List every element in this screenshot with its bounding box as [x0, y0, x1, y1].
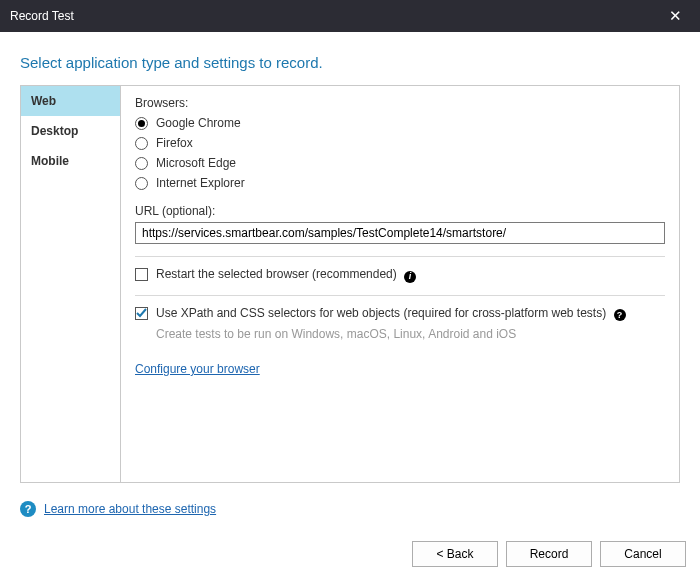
radio-firefox[interactable]: Firefox [135, 136, 665, 150]
radio-internet-explorer[interactable]: Internet Explorer [135, 176, 665, 190]
checkbox-icon [135, 268, 148, 281]
checkbox-label: Restart the selected browser (recommende… [156, 267, 416, 283]
tab-content-web: Browsers: Google Chrome Firefox Microsof… [121, 86, 679, 482]
dialog-body: Select application type and settings to … [0, 32, 700, 532]
radio-label: Firefox [156, 136, 193, 150]
cancel-button[interactable]: Cancel [600, 541, 686, 567]
radio-icon [135, 137, 148, 150]
url-label: URL (optional): [135, 204, 665, 218]
restart-text: Restart the selected browser (recommende… [156, 267, 397, 281]
tab-strip: Web Desktop Mobile [21, 86, 121, 482]
tab-web-label: Web [31, 94, 56, 108]
xpath-hint: Create tests to be run on Windows, macOS… [156, 327, 665, 342]
tab-mobile[interactable]: Mobile [21, 146, 120, 176]
tab-web[interactable]: Web [21, 86, 120, 116]
browsers-label: Browsers: [135, 96, 665, 110]
checkbox-xpath-css[interactable]: Use XPath and CSS selectors for web obje… [135, 306, 665, 322]
browsers-radiogroup: Google Chrome Firefox Microsoft Edge Int… [135, 116, 665, 190]
learn-more-link[interactable]: Learn more about these settings [44, 502, 216, 516]
window-title: Record Test [10, 9, 74, 23]
radio-label: Google Chrome [156, 116, 241, 130]
help-icon[interactable] [614, 309, 626, 321]
radio-icon [135, 157, 148, 170]
tab-mobile-label: Mobile [31, 154, 69, 168]
checkbox-icon [135, 307, 148, 320]
url-input[interactable] [135, 222, 665, 244]
radio-label: Microsoft Edge [156, 156, 236, 170]
radio-label: Internet Explorer [156, 176, 245, 190]
divider [135, 256, 665, 257]
info-icon[interactable] [404, 271, 416, 283]
radio-icon [135, 117, 148, 130]
checkbox-label: Use XPath and CSS selectors for web obje… [156, 306, 626, 322]
close-icon[interactable]: ✕ [661, 3, 690, 29]
help-row: Learn more about these settings [20, 501, 680, 517]
settings-panel: Web Desktop Mobile Browsers: Google Chro… [20, 85, 680, 483]
divider [135, 295, 665, 296]
title-bar: Record Test ✕ [0, 0, 700, 32]
back-button[interactable]: < Back [412, 541, 498, 567]
xpath-text: Use XPath and CSS selectors for web obje… [156, 306, 606, 320]
configure-browser-link[interactable]: Configure your browser [135, 362, 260, 376]
url-section: URL (optional): [135, 204, 665, 244]
radio-icon [135, 177, 148, 190]
tab-desktop-label: Desktop [31, 124, 78, 138]
radio-microsoft-edge[interactable]: Microsoft Edge [135, 156, 665, 170]
help-circle-icon[interactable] [20, 501, 36, 517]
button-bar: < Back Record Cancel [0, 532, 700, 580]
radio-google-chrome[interactable]: Google Chrome [135, 116, 665, 130]
tab-desktop[interactable]: Desktop [21, 116, 120, 146]
checkbox-restart-browser[interactable]: Restart the selected browser (recommende… [135, 267, 665, 283]
record-button[interactable]: Record [506, 541, 592, 567]
page-heading: Select application type and settings to … [20, 54, 680, 71]
